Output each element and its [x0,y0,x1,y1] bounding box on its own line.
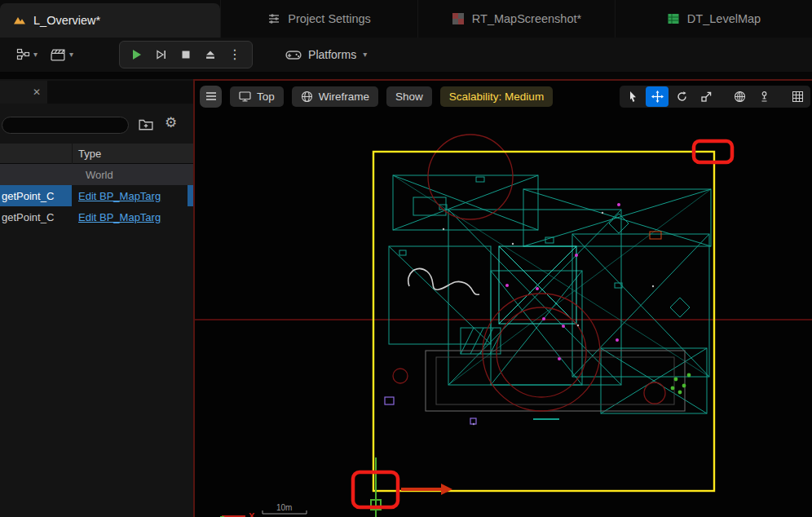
camera-mode-label: Top [257,91,275,103]
search-input[interactable] [2,117,129,134]
settings-gear-icon[interactable]: ⚙ [165,116,177,130]
grid-snap-toggle-button[interactable] [786,86,809,107]
outliner-search-row: ⚙ [0,113,193,138]
new-folder-icon[interactable] [139,117,153,130]
texture-icon [452,12,465,25]
close-icon[interactable]: ✕ [33,86,41,98]
scale-bar-label: 10m [276,503,292,512]
document-tab-bar: L_Overview* Project Settings RT_MapScree… [0,0,812,38]
rotate-icon [676,91,688,103]
stop-button[interactable] [175,45,196,64]
level-viewport[interactable]: 10m X Top [193,79,812,517]
frame-skip-button[interactable] [151,45,172,64]
play-controls-group: ⋮ [119,41,253,68]
map-capture-bounds [373,152,714,491]
cursor-icon [627,91,638,103]
world-space-toggle-button[interactable] [728,86,751,107]
dots-vertical-icon: ⋮ [228,48,241,61]
rotate-tool-button[interactable] [670,86,693,107]
actor-name-cell[interactable]: getPoint_C [0,206,72,228]
spline-path [408,268,479,294]
outliner-panel: ✕ ⚙ Type World getPoint_C Edit BP_MapTar… [0,79,193,517]
axis-orientation-widget: X [220,511,255,517]
scale-icon [700,91,713,103]
play-button[interactable] [126,45,148,64]
move-tool-button[interactable] [646,86,669,107]
platforms-label: Platforms [308,48,356,61]
surface-snap-toggle-button[interactable] [752,86,775,107]
surface-snap-icon [758,91,770,103]
outliner-table-header: Type [0,144,193,164]
globe-icon [734,91,746,103]
gamepad-icon [285,49,302,61]
actor-type-cell: Edit BP_MapTarg [72,206,193,228]
select-tool-button[interactable] [621,86,644,107]
chevron-down-icon: ▾ [33,51,38,59]
cinematics-icon [51,48,66,62]
world-row-label: World [86,169,113,181]
play-options-button[interactable]: ⋮ [224,45,245,64]
tab-rt-mapscreenshot[interactable]: RT_MapScreenshot* [417,0,615,38]
wireframe-globe-icon [301,91,313,103]
chevron-down-icon: ▾ [363,51,367,59]
column-divider [72,144,73,164]
datatable-icon [667,12,680,25]
platforms-dropdown[interactable]: Platforms ▾ [285,48,367,61]
actor-type-cell: Edit BP_MapTarg [72,185,193,206]
transform-tools-group [620,86,810,108]
outliner-row-targetpoint-2[interactable]: getPoint_C Edit BP_MapTarg [0,206,193,228]
view-mode-label: Wireframe [319,91,369,103]
red-radius-circles [393,135,665,411]
cinematics-dropdown-button[interactable]: ▾ [44,43,80,67]
hamburger-icon [205,91,217,101]
gray-bounds [426,351,685,411]
chevron-down-icon: ▾ [69,51,73,59]
tab-project-settings[interactable]: Project Settings [220,0,417,38]
outliner-row-targetpoint-1[interactable]: getPoint_C Edit BP_MapTarg [0,185,193,206]
panel-tab[interactable]: ✕ [0,81,47,104]
grid-icon [792,91,804,103]
edit-blueprint-link[interactable]: Edit BP_MapTarg [78,190,161,202]
edit-blueprint-link[interactable]: Edit BP_MapTarg [78,211,161,223]
scale-tool-button[interactable] [695,86,717,107]
type-column-header[interactable]: Type [78,148,101,160]
view-mode-dropdown[interactable]: Wireframe [292,86,378,107]
show-label: Show [395,91,423,103]
tab-label: Project Settings [288,12,371,25]
outliner-table: Type World getPoint_C Edit BP_MapTarg ge… [0,144,193,228]
level-editor-toolbar: ▾ ▾ ⋮ Platforms [0,38,812,73]
blueprints-icon [16,48,30,61]
viewport-menu-button[interactable] [200,86,222,108]
selection-strip [188,185,193,206]
move-icon [651,91,664,103]
tab-level-overview[interactable]: L_Overview* [0,3,220,38]
axis-x-label: X [249,511,255,517]
outliner-row-world[interactable]: World [0,164,193,185]
viewport-toolbar: Top Wireframe Show Scalability: Medium [200,84,810,108]
camera-mode-dropdown[interactable]: Top [230,86,284,107]
eject-button[interactable] [200,45,221,64]
levels-icon [13,14,26,27]
tab-dt-levelmap[interactable]: DT_LevelMap [615,0,812,38]
scale-bar: 10m [263,503,307,514]
top-view-icon [239,91,251,102]
viewport-canvas[interactable]: 10m X [195,81,812,517]
tab-label: DT_LevelMap [687,12,761,25]
show-dropdown[interactable]: Show [386,86,432,107]
tab-label: L_Overview* [33,14,100,27]
scalability-label: Scalability: Medium [449,91,544,103]
actor-name-cell[interactable]: getPoint_C [0,185,72,206]
scalability-button[interactable]: Scalability: Medium [440,86,553,107]
panel-tab-strip: ✕ [0,81,193,104]
project-settings-icon [267,12,280,25]
tab-label: RT_MapScreenshot* [472,12,581,25]
wireframe-geometry [389,175,711,419]
blueprints-dropdown-button[interactable]: ▾ [10,43,44,66]
marker-dots [385,203,691,425]
